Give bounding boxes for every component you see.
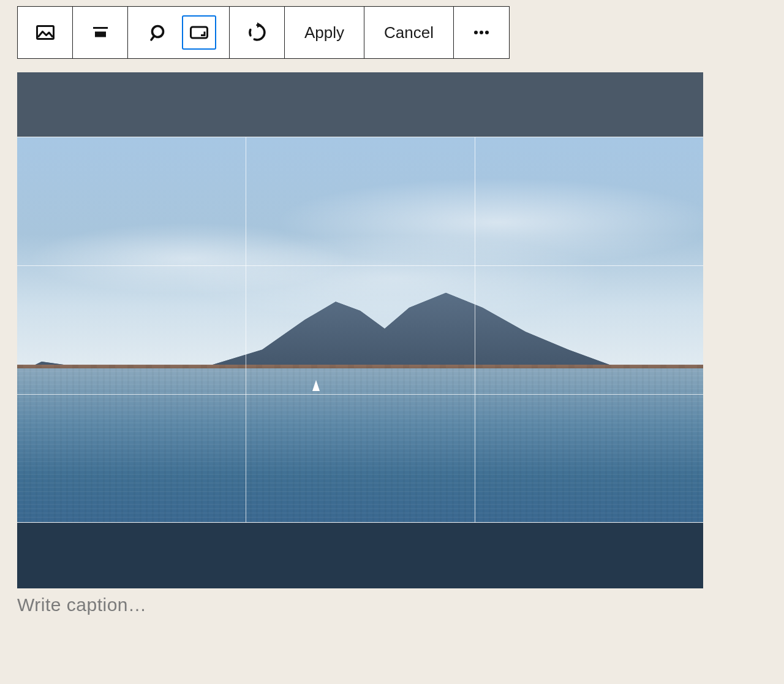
crop-rectangle[interactable] <box>17 137 703 522</box>
crop-grid-line <box>246 137 246 522</box>
align-icon <box>89 21 111 44</box>
block-type-cell <box>18 7 73 58</box>
svg-rect-0 <box>37 26 53 39</box>
cancel-label: Cancel <box>384 23 434 42</box>
crop-grid-line <box>475 137 475 522</box>
zoom-icon <box>148 21 170 44</box>
caption-input[interactable]: Write caption… <box>17 595 767 615</box>
align-cell <box>73 7 128 58</box>
svg-point-8 <box>485 31 489 34</box>
more-options-icon <box>470 21 492 44</box>
cancel-button[interactable]: Cancel <box>364 7 454 58</box>
crop-grid-line <box>17 394 703 395</box>
block-toolbar: Apply Cancel <box>17 6 510 59</box>
apply-label: Apply <box>304 23 344 42</box>
svg-point-6 <box>474 31 478 34</box>
aspect-ratio-icon <box>188 21 210 44</box>
rotate-icon <box>246 21 268 44</box>
image-content <box>17 137 703 522</box>
apply-button[interactable]: Apply <box>285 7 364 58</box>
rotate-button[interactable] <box>240 15 274 50</box>
svg-rect-2 <box>95 32 106 37</box>
svg-point-7 <box>480 31 483 34</box>
block-type-button[interactable] <box>28 15 62 50</box>
zoom-button[interactable] <box>141 15 176 50</box>
more-options-button[interactable] <box>464 15 499 50</box>
image-block-icon <box>34 21 56 44</box>
image-crop-canvas[interactable] <box>17 72 703 588</box>
aspect-ratio-button[interactable] <box>182 15 216 50</box>
crop-grid-line <box>17 265 703 266</box>
zoom-aspect-cell <box>128 7 230 58</box>
align-button[interactable] <box>83 15 118 50</box>
svg-line-4 <box>151 36 154 40</box>
rotate-cell <box>230 7 285 58</box>
more-cell <box>454 7 509 58</box>
